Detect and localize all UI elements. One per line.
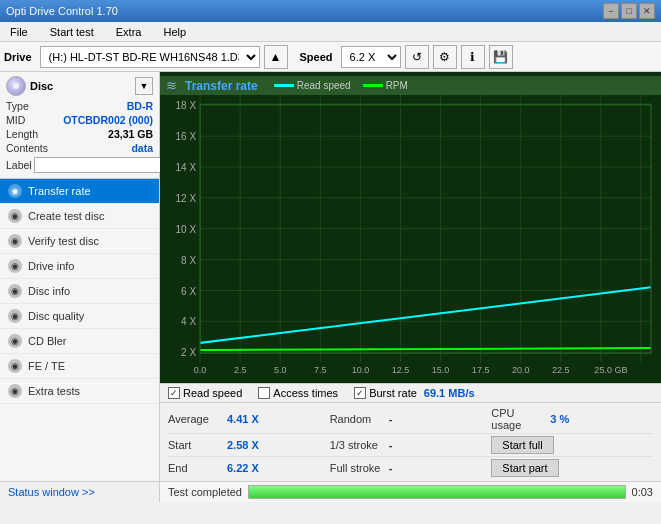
disc-label-input[interactable]: [34, 157, 167, 173]
read-speed-checkbox[interactable]: ✓: [168, 387, 180, 399]
nav-drive-info[interactable]: ◉ Drive info: [0, 254, 159, 279]
checkbox-row: ✓ Read speed Access times ✓ Burst rate 6…: [160, 384, 661, 403]
random-col: Random -: [330, 413, 492, 425]
access-times-check-label: Access times: [273, 387, 338, 399]
disc-options-button[interactable]: ▼: [135, 77, 153, 95]
stroke1-label: 1/3 stroke: [330, 439, 385, 451]
title-bar: Opti Drive Control 1.70 − □ ✕: [0, 0, 661, 22]
stats-row-3: End 6.22 X Full stroke - Start part: [168, 457, 653, 479]
svg-text:14 X: 14 X: [175, 162, 196, 173]
svg-text:16 X: 16 X: [175, 131, 196, 142]
average-label: Average: [168, 413, 223, 425]
burst-rate-checkbox[interactable]: ✓: [354, 387, 366, 399]
nav-disc-info[interactable]: ◉ Disc info: [0, 279, 159, 304]
burst-rate-check-item: ✓ Burst rate 69.1 MB/s: [354, 387, 474, 399]
settings-button[interactable]: ⚙: [433, 45, 457, 69]
nav-verify-test-disc[interactable]: ◉ Verify test disc: [0, 229, 159, 254]
sidebar: Disc ▼ Type BD-R MID OTCBDR002 (000) Len…: [0, 72, 160, 502]
app-title: Opti Drive Control 1.70: [6, 5, 118, 17]
start-part-button[interactable]: Start part: [491, 459, 558, 477]
nav-disc-quality[interactable]: ◉ Disc quality: [0, 304, 159, 329]
disc-header: Disc ▼: [6, 76, 153, 96]
svg-text:20.0: 20.0: [512, 365, 530, 375]
full-stroke-col: Full stroke -: [330, 462, 492, 474]
disc-contents-row: Contents data: [6, 142, 153, 154]
time-text: 0:03: [632, 486, 653, 498]
disc-type-value: BD-R: [127, 100, 153, 112]
disc-quality-icon: ◉: [8, 309, 22, 323]
info-button[interactable]: ℹ: [461, 45, 485, 69]
start-full-col: Start full: [491, 436, 653, 454]
maximize-button[interactable]: □: [621, 3, 637, 19]
svg-text:17.5: 17.5: [472, 365, 490, 375]
verify-test-icon: ◉: [8, 234, 22, 248]
menu-extra[interactable]: Extra: [110, 24, 148, 40]
menu-file[interactable]: File: [4, 24, 34, 40]
average-col: Average 4.41 X: [168, 413, 330, 425]
bottom-panel: ✓ Read speed Access times ✓ Burst rate 6…: [160, 383, 661, 502]
extra-tests-icon: ◉: [8, 384, 22, 398]
start-value: 2.58 X: [227, 439, 259, 451]
cpu-usage-col: CPU usage 3 %: [491, 407, 653, 431]
nav-transfer-rate[interactable]: ◉ Transfer rate: [0, 179, 159, 204]
disc-mid-label: MID: [6, 114, 25, 126]
disc-type-row: Type BD-R: [6, 100, 153, 112]
disc-length-label: Length: [6, 128, 38, 140]
nav-extra-tests[interactable]: ◉ Extra tests: [0, 379, 159, 404]
chart-header: ≋ Transfer rate Read speed RPM: [160, 76, 661, 95]
nav-verify-test-label: Verify test disc: [28, 235, 99, 247]
svg-text:15.0: 15.0: [432, 365, 450, 375]
read-speed-check-item: ✓ Read speed: [168, 387, 242, 399]
cd-bler-icon: ◉: [8, 334, 22, 348]
nav-create-test-disc[interactable]: ◉ Create test disc: [0, 204, 159, 229]
legend-rpm: RPM: [363, 80, 408, 91]
svg-text:2 X: 2 X: [181, 347, 196, 358]
nav-fe-te[interactable]: ◉ FE / TE: [0, 354, 159, 379]
nav-fe-te-label: FE / TE: [28, 360, 65, 372]
disc-contents-value: data: [131, 142, 153, 154]
full-stroke-label: Full stroke: [330, 462, 385, 474]
svg-text:10.0: 10.0: [352, 365, 370, 375]
stats-row-1: Average 4.41 X Random - CPU usage 3 %: [168, 405, 653, 434]
eject-button[interactable]: ▲: [264, 45, 288, 69]
chart-title: Transfer rate: [185, 79, 258, 93]
nav-items: ◉ Transfer rate ◉ Create test disc ◉ Ver…: [0, 179, 159, 481]
save-button[interactable]: 💾: [489, 45, 513, 69]
svg-text:12.5: 12.5: [392, 365, 410, 375]
full-stroke-value: -: [389, 462, 393, 474]
disc-label-label: Label: [6, 159, 32, 171]
burst-rate-value: 69.1 MB/s: [424, 387, 475, 399]
legend-read-speed: Read speed: [274, 80, 351, 91]
disc-mid-value: OTCBDR002 (000): [63, 114, 153, 126]
legend-read-speed-label: Read speed: [297, 80, 351, 91]
disc-icon: [6, 76, 26, 96]
nav-cd-bler[interactable]: ◉ CD Bler: [0, 329, 159, 354]
close-button[interactable]: ✕: [639, 3, 655, 19]
disc-length-row: Length 23,31 GB: [6, 128, 153, 140]
access-times-checkbox[interactable]: [258, 387, 270, 399]
drive-info-icon: ◉: [8, 259, 22, 273]
disc-mid-row: MID OTCBDR002 (000): [6, 114, 153, 126]
chart-svg: 18 X 16 X 14 X 12 X 10 X 8 X 6 X 4 X 2 X…: [160, 95, 661, 383]
menu-start-test[interactable]: Start test: [44, 24, 100, 40]
stroke1-col: 1/3 stroke -: [330, 439, 492, 451]
refresh-button[interactable]: ↺: [405, 45, 429, 69]
title-bar-controls: − □ ✕: [603, 3, 655, 19]
menu-help[interactable]: Help: [157, 24, 192, 40]
end-value: 6.22 X: [227, 462, 259, 474]
nav-create-test-label: Create test disc: [28, 210, 104, 222]
status-window-button[interactable]: Status window >>: [0, 481, 159, 502]
drive-select[interactable]: (H:) HL-DT-ST BD-RE WH16NS48 1.D3: [40, 46, 260, 68]
content-area: ≋ Transfer rate Read speed RPM: [160, 72, 661, 502]
nav-drive-info-label: Drive info: [28, 260, 74, 272]
average-value: 4.41 X: [227, 413, 259, 425]
disc-type-label: Type: [6, 100, 29, 112]
legend-rpm-label: RPM: [386, 80, 408, 91]
speed-select[interactable]: 6.2 X: [341, 46, 401, 68]
nav-disc-info-label: Disc info: [28, 285, 70, 297]
nav-transfer-rate-label: Transfer rate: [28, 185, 91, 197]
random-label: Random: [330, 413, 385, 425]
minimize-button[interactable]: −: [603, 3, 619, 19]
read-speed-check-label: Read speed: [183, 387, 242, 399]
start-full-button[interactable]: Start full: [491, 436, 553, 454]
